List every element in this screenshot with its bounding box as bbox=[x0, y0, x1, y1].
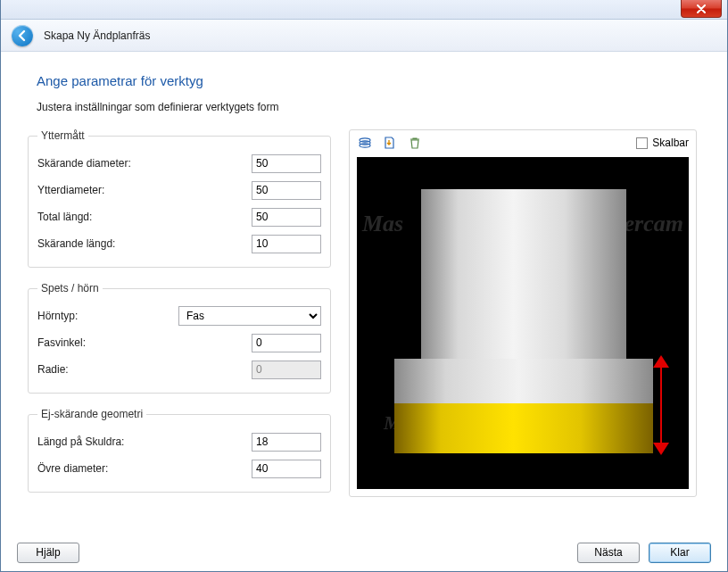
import-icon[interactable] bbox=[382, 135, 398, 151]
footer-bar: Hjälp Nästa Klar bbox=[1, 533, 727, 572]
finish-button[interactable]: Klar bbox=[649, 543, 711, 563]
group-noncutting-geometry: Ej-skärande geometri Längd på Skuldra: Ö… bbox=[28, 408, 331, 493]
arrow-left-icon bbox=[16, 29, 29, 42]
back-button[interactable] bbox=[12, 25, 33, 46]
page-title: Ange parametrar för verktyg bbox=[37, 73, 700, 88]
window-titlebar bbox=[1, 0, 727, 20]
watermark: ercam bbox=[625, 211, 683, 237]
dimension-arrow bbox=[653, 357, 669, 453]
group-outer-legend: Yttermått bbox=[37, 129, 88, 142]
radius-label: Radie: bbox=[37, 363, 69, 376]
tool-cutting-edge bbox=[394, 403, 653, 453]
group-tip-legend: Spets / hörn bbox=[37, 282, 103, 294]
header-title: Skapa Ny Ändplanfräs bbox=[44, 29, 150, 42]
preview-canvas[interactable]: Mas ercam Mastercam bbox=[357, 157, 689, 489]
radius-input bbox=[252, 361, 321, 379]
checkbox-icon bbox=[636, 137, 648, 149]
scalable-label: Skalbar bbox=[652, 137, 689, 149]
next-button[interactable]: Nästa bbox=[577, 543, 640, 563]
preview-panel: Skalbar Mas ercam Mastercam bbox=[349, 129, 697, 497]
total-length-label: Total längd: bbox=[37, 211, 92, 223]
shoulder-length-label: Längd på Skuldra: bbox=[37, 435, 124, 448]
outer-diameter-label: Ytterdiameter: bbox=[37, 184, 104, 196]
shoulder-length-input[interactable] bbox=[252, 433, 321, 452]
watermark: Mas bbox=[362, 211, 403, 237]
layers-icon[interactable] bbox=[357, 135, 373, 151]
wizard-window: Skapa Ny Ändplanfräs Ange parametrar för… bbox=[0, 0, 728, 572]
help-button[interactable]: Hjälp bbox=[17, 543, 79, 563]
corner-type-label: Hörntyp: bbox=[37, 310, 78, 322]
page-subtitle: Justera inställningar som definierar ver… bbox=[37, 101, 700, 113]
outer-diameter-input[interactable] bbox=[252, 181, 321, 200]
cut-length-input[interactable] bbox=[252, 235, 321, 253]
tool-shank bbox=[421, 189, 626, 359]
total-length-input[interactable] bbox=[252, 208, 321, 227]
header-bar: Skapa Ny Ändplanfräs bbox=[1, 20, 727, 52]
tool-shoulder bbox=[394, 359, 653, 403]
preview-toolbar: Skalbar bbox=[350, 130, 696, 155]
content-area: Ange parametrar för verktyg Justera inst… bbox=[1, 52, 727, 572]
corner-type-select[interactable]: Fas bbox=[178, 306, 321, 326]
svg-point-2 bbox=[360, 144, 370, 147]
parameters-column: Yttermått Skärande diameter: Ytterdiamet… bbox=[28, 129, 331, 507]
upper-diameter-label: Övre diameter: bbox=[37, 462, 108, 475]
close-button[interactable] bbox=[681, 0, 722, 18]
cut-diameter-input[interactable] bbox=[252, 154, 321, 173]
close-icon bbox=[696, 4, 707, 13]
group-noncut-legend: Ej-skärande geometri bbox=[37, 408, 146, 420]
preview-column: Skalbar Mas ercam Mastercam bbox=[349, 129, 697, 497]
group-tip-corner: Spets / hörn Hörntyp: Fas Fasvinkel: Rad… bbox=[28, 282, 331, 394]
group-outer-dimensions: Yttermått Skärande diameter: Ytterdiamet… bbox=[28, 129, 331, 268]
chamfer-angle-input[interactable] bbox=[252, 334, 321, 352]
delete-icon[interactable] bbox=[407, 135, 423, 151]
scalable-checkbox[interactable]: Skalbar bbox=[636, 137, 689, 149]
chamfer-angle-label: Fasvinkel: bbox=[37, 336, 86, 349]
upper-diameter-input[interactable] bbox=[252, 460, 321, 478]
cut-length-label: Skärande längd: bbox=[37, 237, 115, 250]
cut-diameter-label: Skärande diameter: bbox=[37, 157, 131, 170]
